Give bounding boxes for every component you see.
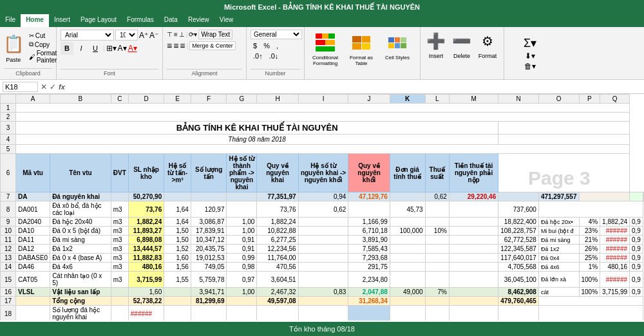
table-row[interactable]: 14 DA46 Đá 4x6 m3 480,16 1,56 749,05 0,9… [1,263,644,272]
fill-color-button[interactable]: A▾ [118,44,127,53]
number-format-dropdown[interactable]: General [251,30,302,39]
col-D[interactable]: D [128,95,164,104]
cell-da-hsnk[interactable]: 0,94 [298,192,348,201]
table-row[interactable]: 8 DA001 Đá xô bổ, đá hộc các loại m3 73,… [1,201,644,218]
align-top-icon[interactable]: ⊤ [167,31,173,38]
col-J[interactable]: J [348,95,390,104]
formula-input[interactable] [68,83,641,91]
cell-da-slt[interactable] [191,192,227,201]
cell-da-ts[interactable] [498,192,539,201]
clipboard-group-label: Clipboard [4,68,52,77]
col-Q[interactable]: Q [600,95,630,104]
italic-button[interactable]: I [75,42,88,55]
cut-button[interactable]: ✂ Cut [29,32,57,39]
align-center-icon[interactable]: ≡ [173,41,178,51]
spreadsheet-container[interactable]: A B C D E F G H I J K L M N O P Q [0,94,644,321]
cell-da-id[interactable]: DA [16,192,50,201]
name-box[interactable] [3,82,38,92]
tab-home[interactable]: Home [21,14,49,27]
conditional-formatting-button[interactable]: Conditional Formatting [308,30,342,67]
comma-button[interactable]: , [274,41,281,51]
table-row[interactable]: 13 DABASE0 Đá 0 x 4 (base A) m3 11,882,8… [1,254,644,263]
font-family-dropdown[interactable]: Arial [61,30,114,41]
align-bottom-icon[interactable]: ⊥ [179,31,185,38]
cancel-icon[interactable]: ✕ [41,82,47,91]
cell-da-dvt[interactable] [111,192,128,201]
increase-decimal-button[interactable]: .0↑ [251,51,265,61]
row-header: 7 [1,192,16,201]
insert-cells-button[interactable]: ➕ Insert [424,30,448,59]
table-row[interactable]: 11 DA11 Đá mi sàng m3 6,898,08 1,50 10,3… [1,236,644,245]
border-button[interactable]: ⊞▾ [106,44,117,53]
font-grow-icon[interactable]: A⁺ [139,31,148,40]
col-B[interactable]: B [50,95,111,104]
table-row[interactable]: 7 DA Đá nguyên khai 50,270,90 77,351,97 … [1,192,644,201]
tab-insert[interactable]: Insert [49,14,75,27]
tab-page-layout[interactable]: Page Layout [75,14,122,27]
cell-da-tt[interactable]: 471,297,557 [538,192,579,201]
font-shrink-icon[interactable]: A⁻ [149,31,158,40]
table-row[interactable]: 18 Số lượng đá hộc nguyên khai ###### [1,306,644,321]
decrease-decimal-button[interactable]: .0↓ [267,51,281,61]
cell-da-name[interactable]: Đá nguyên khai [50,192,111,201]
col-G[interactable]: G [227,95,257,104]
format-as-table-button[interactable]: Format as Table [345,30,378,67]
autosum-icon[interactable]: Σ▾ [524,36,536,50]
table-row[interactable]: 9 DA2040 Đá hộc 20x40 m3 1,882,24 1,64 3… [1,218,644,227]
insert-function-icon[interactable]: fx [59,83,65,91]
cell-da-qnkh[interactable]: 0,62 [425,192,449,201]
cell-da-hs[interactable] [164,192,191,201]
delete-cells-button[interactable]: ➖ Delete [450,30,473,59]
paste-button[interactable]: 📋 Paste [0,30,28,68]
percent-button[interactable]: % [261,41,272,51]
tab-view[interactable]: View [214,14,239,27]
col-O[interactable]: O [538,95,579,104]
table-row[interactable]: 12 DA12 Đá 1x2 m3 13,444,57 1,52 20,435,… [1,245,644,254]
format-cells-button[interactable]: ⚙ Format [476,30,499,59]
header-sl-nhap: SL nhập kho [128,154,164,192]
fill-icon[interactable]: ⬇▾ [525,51,535,61]
col-E[interactable]: E [164,95,191,104]
copy-button[interactable]: ⧉ Copy [29,41,57,48]
bold-button[interactable]: B [61,42,73,55]
cell-da-dg[interactable]: 29,220,46 [449,192,498,201]
col-N[interactable]: N [498,95,539,104]
tab-review[interactable]: Review [183,14,214,27]
wrap-text-button[interactable]: Wrap Text [198,30,232,39]
align-row2: ≡ ≡ ≡ | Merge & Center [167,41,242,51]
merge-center-button[interactable]: Merge & Center [189,41,236,50]
col-F[interactable]: F [191,95,227,104]
table-row[interactable]: 15 CAT05 Cát nhân tạo (0 x 5) m3 3,715,9… [1,272,644,288]
col-H[interactable]: H [257,95,298,104]
font-size-dropdown[interactable]: 10 [115,30,138,41]
align-middle-icon[interactable]: ≡ [174,31,178,38]
align-right-icon[interactable]: ≡ [180,41,185,51]
tab-formulas[interactable]: Formulas [122,14,159,27]
table-row[interactable]: 16 VLSL Vật liệu san lấp 1,60 3,941,71 1… [1,288,644,297]
col-M[interactable]: M [449,95,498,104]
font-color-button[interactable]: A▾ [128,44,137,53]
col-L[interactable]: L [425,95,449,104]
cell-da-hstp[interactable] [227,192,257,201]
col-K[interactable]: K [390,95,425,104]
orientation-button[interactable]: ⟳▾ [189,31,197,38]
cell-da-sl[interactable]: 50,270,90 [128,192,164,201]
cell-styles-button[interactable]: Cell Styles [381,30,414,61]
cell-da-hsnkh[interactable] [390,192,425,201]
clear-icon[interactable]: 🗑▾ [524,62,536,71]
table-row[interactable]: 17 Tổng cộng 52,738,22 81,299,69 49,597,… [1,297,644,306]
tab-file[interactable]: File [0,14,21,27]
col-C[interactable]: C [111,95,128,104]
underline-button[interactable]: U [89,42,102,55]
format-painter-button[interactable]: 🖌 Format Painter [29,50,57,64]
col-A[interactable]: A [16,95,50,104]
tab-data[interactable]: Data [159,14,183,27]
cell-da-qvnk2[interactable]: 47,129,76 [348,192,390,201]
currency-button[interactable]: $ [251,41,260,51]
confirm-icon[interactable]: ✓ [50,82,56,91]
cell-da-qvnk[interactable]: 77,351,97 [257,192,298,201]
align-left-icon[interactable]: ≡ [167,41,172,51]
table-row[interactable]: 10 DA10 Đá 0 x 5 (bột đá) m3 11,893,27 1… [1,227,644,236]
col-P[interactable]: P [579,95,600,104]
col-I[interactable]: I [298,95,348,104]
